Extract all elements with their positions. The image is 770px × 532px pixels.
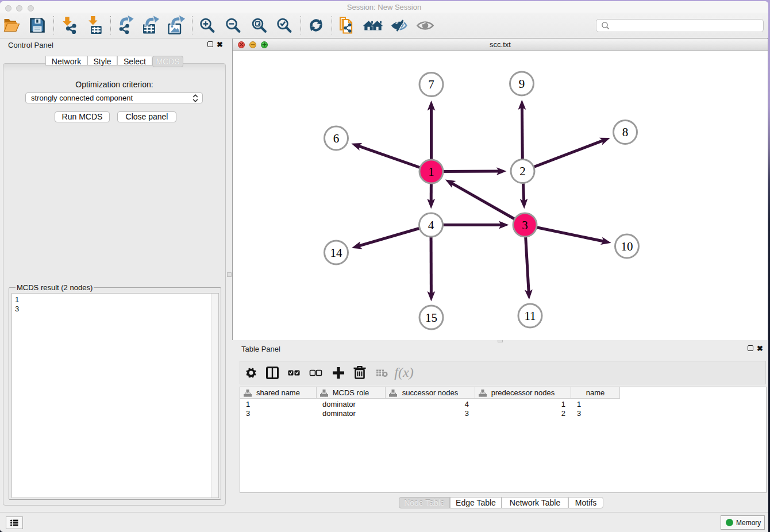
svg-text:4: 4: [428, 218, 434, 232]
svg-text:9: 9: [519, 77, 525, 91]
svg-text:15: 15: [425, 311, 437, 325]
svg-text:7: 7: [428, 78, 434, 91]
svg-text:11: 11: [524, 309, 536, 323]
svg-text:6: 6: [333, 132, 340, 145]
svg-text:14: 14: [330, 246, 343, 260]
svg-text:8: 8: [622, 125, 629, 139]
svg-text:1: 1: [428, 165, 434, 179]
svg-text:f(x): f(x): [394, 365, 413, 380]
svg-text:3: 3: [522, 218, 528, 232]
svg-text:2: 2: [519, 164, 526, 178]
svg-text:10: 10: [621, 240, 633, 253]
